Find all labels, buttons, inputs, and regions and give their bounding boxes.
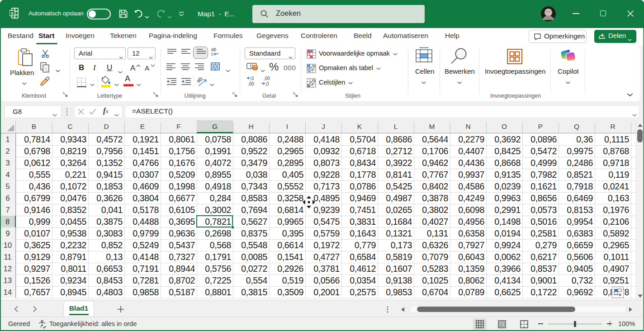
svg-text:c: c [211, 52, 213, 56]
svg-text:A: A [130, 64, 136, 72]
svg-text:,00: ,00 [264, 76, 270, 81]
svg-text:A: A [145, 64, 150, 72]
svg-text:,00: ,00 [248, 81, 254, 86]
svg-text:,0: ,0 [265, 81, 269, 86]
svg-text:,0: ,0 [250, 76, 254, 81]
